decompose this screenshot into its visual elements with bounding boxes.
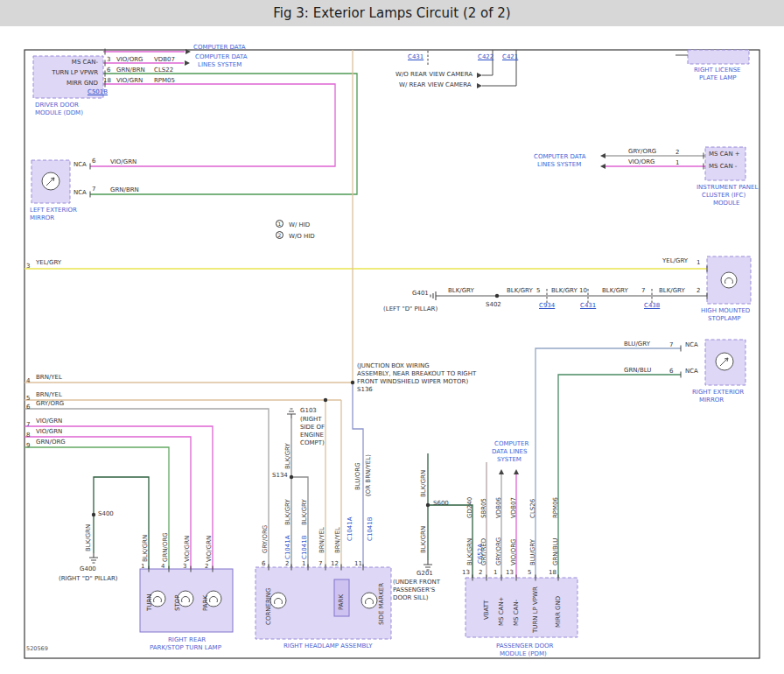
module-name: HIGH MOUNTED (701, 307, 750, 314)
wire-color-label: GRY/ORG (495, 537, 502, 565)
lamp-label: PARK (338, 594, 345, 610)
module-name: MIRROR (699, 397, 724, 404)
pin-number: 1 (676, 159, 679, 166)
connector-link-c1041a[interactable]: C1041A (284, 536, 291, 560)
pin-number: 1 (302, 560, 305, 567)
splice-label: S402 (486, 301, 501, 308)
computer-data-label-2: LINES SYSTEM (537, 161, 581, 168)
sidemarker-bulb-icon (361, 593, 377, 608)
connector-link-c438[interactable]: C438 (644, 302, 660, 309)
computer-data-label-1: COMPUTER (494, 440, 528, 447)
note-line: ASSEMBLY, NEAR BREAKOUT TO RIGHT (357, 370, 476, 377)
ground-location-label: DOOR SILL) (393, 594, 429, 601)
connector-link-c652a[interactable]: C652A (477, 544, 484, 564)
wire-color-label: BLK/GRY (284, 499, 291, 525)
pin-number: 4 (161, 563, 164, 570)
note-line: FRONT WINDSHIELD WIPER MOTOR) (357, 378, 468, 385)
module-name: STOPLAMP (708, 315, 741, 322)
wire-mirr-gnd (90, 84, 335, 166)
pin-number: 13 (506, 569, 514, 576)
module-name: CLUSTER (IFC) (702, 192, 746, 199)
wire-color-label: VIO/GRN (206, 536, 213, 562)
note-line: (JUNCTION BOX WIRING (357, 362, 430, 369)
nca-label: NCA (74, 161, 87, 168)
computer-data-cut-label: COMPUTER DATA (193, 44, 246, 51)
diagram-canvas (0, 0, 784, 674)
connector-link-c422[interactable]: C422 (478, 53, 494, 60)
module-name: MIRROR (30, 214, 54, 221)
pin-number: 6 (262, 560, 265, 567)
wire-color-label: BLU/GRY (624, 341, 650, 348)
pin-number: 6 (669, 368, 673, 375)
wire-color-label: BRN/YEL (36, 391, 62, 398)
ground-location-label: ENGINE (300, 432, 324, 439)
circuit-label: VDB06 (495, 497, 502, 518)
circuit-label: GD240 (466, 497, 473, 518)
diagram-border (24, 50, 760, 658)
ground-label: G201 (416, 570, 433, 577)
pdm-pin-label: VBATT (483, 600, 490, 620)
ground-location-label: (UNDER FRONT (393, 579, 440, 586)
wire-color-label: BLK/GRY (301, 499, 308, 525)
wire-color-label: BRN/YEL (334, 527, 341, 553)
wire-color-label: BLU/ORG (354, 462, 361, 490)
ground-label: G400 (80, 565, 96, 572)
connector-link-c934[interactable]: C934 (539, 302, 555, 309)
ground-label: G401 (412, 290, 429, 297)
pin-number: 18 (103, 77, 111, 84)
wire-turn-lp-vpwr (90, 74, 357, 194)
wire-color-label: GRN/BRN (110, 186, 139, 193)
connector-link-c1041b[interactable]: C1041B (367, 516, 374, 541)
wire-color-label: BLK/GRY (659, 287, 685, 294)
row-number: 6 (26, 404, 30, 411)
pin-number: 3 (107, 56, 110, 63)
module-name: DRIVER DOOR (35, 102, 79, 109)
connector-link-c1041b[interactable]: C1041B (301, 535, 308, 559)
option-label-w-camera: W/ REAR VIEW CAMERA (399, 81, 472, 88)
pin-number: 2 (285, 560, 289, 567)
connector-link-c431[interactable]: C431 (580, 302, 596, 309)
connector-link-c421[interactable]: C421 (502, 53, 518, 60)
footnote-2-label: W/O HID (289, 233, 315, 240)
circuit-label: RPM05 (154, 77, 175, 84)
row-number: 4 (26, 377, 30, 384)
pin-number: 2 (205, 563, 208, 570)
module-name: LEFT EXTERIOR (30, 207, 77, 214)
pin-number: 5 (528, 569, 531, 576)
circuit-label: RPM06 (552, 497, 559, 518)
ground-symbol-g400 (89, 553, 98, 563)
ground-location-label: (RIGHT (300, 416, 322, 423)
pin-ticks (90, 49, 707, 581)
computer-data-label-3: SYSTEM (497, 456, 522, 463)
wire-color-label: BLK/GRY (551, 287, 578, 294)
connector-link-c431-top[interactable]: C431 (408, 53, 424, 60)
ddm-pin-label: MIRR GND (35, 80, 98, 87)
ddm-pin-label: TURN LP VPWR (35, 69, 98, 76)
module-name: PASSENGER DOOR (496, 642, 553, 649)
splice-label: S400 (98, 510, 114, 517)
wire-color-label: VIO/ORG (510, 538, 517, 565)
ddm-pin-label: MS CAN- (35, 59, 98, 66)
connector-link-c501b[interactable]: C501B (88, 88, 108, 95)
pdm-pin-label: MS CAN- (513, 600, 520, 626)
wire-color-label: VIO/GRN (36, 428, 62, 435)
pin-number: 5 (536, 287, 540, 294)
computer-data-label-1: COMPUTER DATA (195, 53, 248, 60)
wire-color-label: GRN/ORG (36, 439, 66, 446)
ground-symbol-g401 (430, 291, 440, 300)
wire-color-label: GRY/ORG (628, 148, 656, 155)
wire-color-label: BLK/GRN (142, 535, 149, 562)
nca-label: NCA (685, 368, 698, 375)
row-number: 7 (26, 421, 30, 428)
stoplamp-bulb-icon (721, 272, 737, 288)
circuit-label: VDB07 (154, 56, 175, 63)
splice-label: S600 (433, 500, 449, 507)
circuit-label: CLS26 (529, 499, 536, 518)
wire-color-label: BLK/GRY (448, 287, 474, 294)
ground-location-label: (RIGHT "D" PILLAR) (59, 575, 118, 582)
doc-number: 520569 (26, 645, 48, 652)
connector-link-c1041a[interactable]: C1041A (346, 517, 354, 542)
nca-label: NCA (685, 341, 698, 348)
wire-color-label: BLU/GRY (529, 539, 536, 565)
ground-location-label: SIDE OF (300, 424, 325, 431)
